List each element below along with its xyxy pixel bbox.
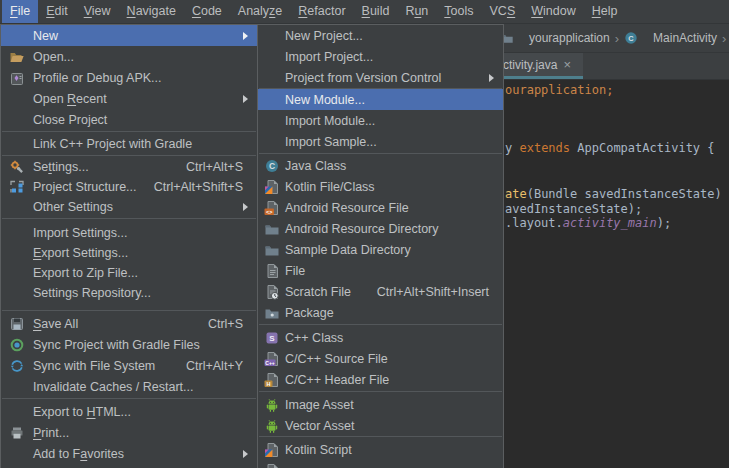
menu-item-link-cpp-project[interactable]: Link C++ Project with Gradle <box>1 133 257 154</box>
menu-item-label: New Project... <box>285 29 363 43</box>
menubar-item-help[interactable]: Help <box>584 0 626 23</box>
code-text: ); <box>657 216 671 230</box>
menu-item-package[interactable]: Package <box>258 302 503 323</box>
menu-item-import-sample[interactable]: Import Sample... <box>258 131 503 152</box>
chevron-right-icon: › <box>722 31 726 46</box>
label: F <box>10 4 18 18</box>
menu-item-invalidate-caches[interactable]: Invalidate Caches / Restart... <box>1 376 257 397</box>
code-text: .layout. <box>505 216 563 230</box>
menu-item-sample-data-directory[interactable]: Sample Data Directory <box>258 239 503 260</box>
menu-item-label: Android Resource File <box>285 201 409 215</box>
menu-item-kotlin-file-class[interactable]: Kotlin File/Class <box>258 176 503 197</box>
save-all-icon <box>9 316 33 332</box>
menu-item-save-all[interactable]: Save AllCtrl+S <box>1 313 257 334</box>
menu-item-add-to-favorites[interactable]: Add to Favorites <box>1 443 257 464</box>
menu-item-import-module[interactable]: Import Module... <box>258 110 503 131</box>
submenu-arrow-icon <box>243 95 248 103</box>
folder-icon <box>264 221 285 237</box>
menu-item-cpp-source-file[interactable]: C++C/C++ Source File <box>258 348 503 369</box>
code-text: ate <box>505 187 527 201</box>
menu-item-open[interactable]: Open... <box>1 46 257 67</box>
menubar-item-analyze[interactable]: Analyze <box>230 0 290 23</box>
menubar-item-navigate[interactable]: Navigate <box>119 0 184 23</box>
label: E <box>46 4 54 18</box>
menu-separator <box>2 310 256 311</box>
menubar-item-code[interactable]: Code <box>184 0 230 23</box>
file-sync-icon <box>9 358 33 374</box>
menu-item-export-to-html[interactable]: Export to HTML... <box>1 401 257 422</box>
tab-close-icon[interactable]: × <box>563 58 571 71</box>
code-line: .layout.activity_main); <box>505 216 671 231</box>
svg-text:S: S <box>269 334 275 343</box>
menu-item-project-structure[interactable]: Project Structure...Ctrl+Alt+Shift+S <box>1 177 257 197</box>
menu-item-kotlin-script[interactable]: Kotlin Script <box>258 439 503 460</box>
label: R <box>298 4 307 18</box>
menu-item-scratch-file[interactable]: Scratch FileCtrl+Alt+Shift+Insert <box>258 281 503 302</box>
file-icon <box>264 463 285 468</box>
menubar-item-edit[interactable]: Edit <box>38 0 76 23</box>
menu-item-android-resource-directory[interactable]: Android Resource Directory <box>258 218 503 239</box>
file-menu-popup: New Open... Profile or Debug APK... Open… <box>0 24 258 468</box>
menu-item-export-settings[interactable]: Export Settings... <box>1 243 257 263</box>
label: H <box>592 4 601 18</box>
menu-item-cpp-class[interactable]: SC++ Class <box>258 327 503 348</box>
menu-item-java-class[interactable]: CJava Class <box>258 155 503 176</box>
menu-item-new-module[interactable]: New Module... <box>258 89 503 110</box>
menu-item-vector-asset[interactable]: Vector Asset <box>258 415 503 436</box>
menu-item-settings-repository[interactable]: Settings Repository... <box>1 283 257 303</box>
menu-separator <box>259 391 502 392</box>
menu-item-label: Close Project <box>33 113 107 127</box>
kotlin-script-icon <box>264 442 285 458</box>
submenu-arrow-icon <box>243 203 248 211</box>
menubar-item-build[interactable]: Build <box>354 0 398 23</box>
menubar-item-window[interactable]: Window <box>523 0 583 23</box>
menu-item-android-resource-file[interactable]: <>Android Resource File <box>258 197 503 218</box>
android-robot-icon <box>264 418 285 434</box>
menu-item-file[interactable]: File <box>258 260 503 281</box>
menu-item-export-to-zip[interactable]: Export to Zip File... <box>1 263 257 283</box>
menu-item-label: Import Module... <box>285 114 375 128</box>
menu-item-label: Sync Project with Gradle Files <box>33 338 200 352</box>
menu-item-cpp-header-file[interactable]: HC/C++ Header File <box>258 369 503 390</box>
menu-item-open-recent[interactable]: Open Recent <box>1 88 257 109</box>
breadcrumb-package[interactable]: yourapplication <box>529 31 610 45</box>
editor-tab-mainactivity[interactable]: ctivity.java × <box>497 53 583 79</box>
menu-item-new[interactable]: New <box>1 25 257 46</box>
breadcrumb-class[interactable]: MainActivity <box>653 31 717 45</box>
label: B <box>362 4 370 18</box>
menu-item-new-project[interactable]: New Project... <box>258 25 503 46</box>
android-studio-window: File Edit View Navigate Code Analyze Ref… <box>0 0 729 468</box>
menu-item-label: Export to Zip File... <box>33 266 138 280</box>
open-folder-icon <box>9 49 33 65</box>
profile-apk-icon <box>9 70 33 86</box>
menu-item-label: Java Class <box>285 159 346 173</box>
menubar-item-vcs[interactable]: VCS <box>482 0 524 23</box>
cpp-header-file-icon: H <box>264 372 285 388</box>
menubar-item-refactor[interactable]: Refactor <box>290 0 353 23</box>
package-icon <box>264 305 285 321</box>
menubar-item-tools[interactable]: Tools <box>436 0 481 23</box>
menu-item-import-project[interactable]: Import Project... <box>258 46 503 67</box>
menu-item-label: Kotlin File/Class <box>285 180 375 194</box>
menu-item-close-project[interactable]: Close Project <box>1 109 257 130</box>
menubar-item-view[interactable]: View <box>76 0 119 23</box>
shortcut: Ctrl+Alt+Shift+S <box>154 180 243 194</box>
menu-item-sync-project-gradle[interactable]: Sync Project with Gradle Files <box>1 334 257 355</box>
menu-item-label: Vector Asset <box>285 419 354 433</box>
label: ode <box>201 4 222 18</box>
menubar-item-file[interactable]: File <box>2 0 38 23</box>
menu-item-import-settings[interactable]: Import Settings... <box>1 223 257 243</box>
label: e <box>275 4 282 18</box>
submenu-arrow-icon <box>243 32 248 40</box>
menu-item-profile-or-debug-apk[interactable]: Profile or Debug APK... <box>1 67 257 88</box>
submenu-arrow-icon <box>243 450 248 458</box>
menu-item-other-settings[interactable]: Other Settings <box>1 197 257 217</box>
menu-item-settings[interactable]: Settings...Ctrl+Alt+S <box>1 157 257 177</box>
menu-item-partially-visible[interactable] <box>258 460 503 468</box>
menu-item-project-from-version-control[interactable]: Project from Version Control <box>258 67 503 88</box>
menubar-item-run[interactable]: Run <box>397 0 436 23</box>
menu-item-print[interactable]: Print... <box>1 422 257 443</box>
menu-item-label: Android Resource Directory <box>285 222 439 236</box>
menu-item-sync-file-system[interactable]: Sync with File SystemCtrl+Alt+Y <box>1 355 257 376</box>
menu-item-image-asset[interactable]: Image Asset <box>258 394 503 415</box>
